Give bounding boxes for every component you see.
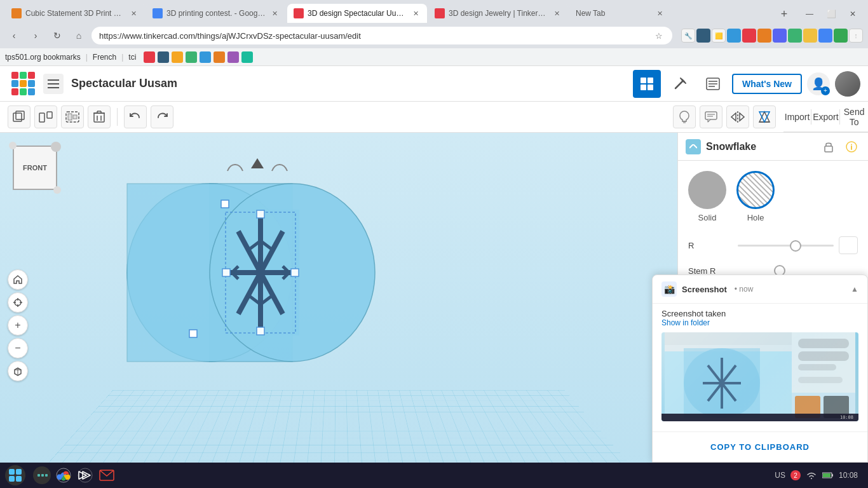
export-button[interactable]: Export <box>811 103 839 131</box>
bm-icon-5[interactable] <box>200 51 211 63</box>
fit-view-button[interactable] <box>8 269 28 290</box>
tab-4[interactable]: 3D design Jewelry | Tinkercad ✕ <box>428 4 568 23</box>
ext-icon-7[interactable] <box>773 29 787 43</box>
focus-button[interactable] <box>8 292 28 313</box>
speech-bubble-button[interactable] <box>700 105 722 128</box>
duplicate-button[interactable] <box>8 105 31 128</box>
ext-icon-8[interactable] <box>788 29 802 43</box>
duplicate-icon <box>13 111 25 123</box>
svg-marker-35 <box>740 113 744 121</box>
new-tab-button[interactable]: + <box>775 5 793 23</box>
chrome-icon <box>56 468 71 483</box>
bm-icon-6[interactable] <box>214 51 225 63</box>
svg-rect-6 <box>648 85 653 90</box>
mirror-button[interactable] <box>753 105 776 128</box>
send-to-button[interactable]: Send To <box>840 103 868 131</box>
tab-close-2[interactable]: ✕ <box>269 8 280 18</box>
grid-view-button[interactable] <box>633 70 661 98</box>
list-icon <box>706 77 720 91</box>
bookmark-tps501[interactable]: tps501.org bookmarks <box>5 53 81 62</box>
tab-1[interactable]: Cubic Statement 3D Print Neck... ✕ <box>5 4 145 23</box>
front-cube-indicator[interactable]: FRONT <box>13 146 64 196</box>
pickaxe-view-button[interactable] <box>666 70 694 98</box>
bookmark-label: French <box>93 53 116 62</box>
zoom-in-button[interactable]: + <box>8 315 28 336</box>
taskbar-app-chrome[interactable] <box>55 466 72 484</box>
tab-close-3[interactable]: ✕ <box>410 8 421 18</box>
bookmark-tci[interactable]: tci <box>128 53 136 62</box>
show-in-folder-link[interactable]: Show in folder <box>661 318 858 327</box>
ext-icon-2[interactable] <box>696 29 710 43</box>
ext-icon-6[interactable] <box>757 29 771 43</box>
ext-icon-1[interactable]: 🔧 <box>681 29 695 43</box>
ungroup-button[interactable] <box>34 105 57 128</box>
ext-icon-12[interactable]: ⋮ <box>849 29 863 43</box>
bookmark-french[interactable]: French <box>93 53 116 62</box>
ext-icon-3[interactable]: 🟨 <box>712 29 726 43</box>
shape-name-label: Snowflake <box>706 141 815 152</box>
forward-button[interactable]: › <box>27 27 44 44</box>
tinkercad-logo[interactable] <box>8 71 38 97</box>
r-slider-track[interactable] <box>738 245 834 247</box>
svg-rect-58 <box>291 269 299 276</box>
ext-icon-10[interactable] <box>818 29 832 43</box>
pickaxe-icon <box>673 77 687 91</box>
group-button[interactable] <box>61 105 84 128</box>
tab-close-4[interactable]: ✕ <box>552 8 562 18</box>
redo-button[interactable] <box>151 105 173 128</box>
bm-icon-8[interactable] <box>241 51 253 63</box>
add-user-button[interactable]: 👤 + <box>807 72 830 95</box>
symmetry-button[interactable] <box>726 105 749 128</box>
bm-icon-1[interactable] <box>144 51 155 63</box>
tab-3[interactable]: 3D design Spectacular Uusam ✕ <box>287 4 427 23</box>
bm-icon-4[interactable] <box>186 51 197 63</box>
tab-close-1[interactable]: ✕ <box>128 8 139 18</box>
whats-new-button[interactable]: What's New <box>732 74 802 94</box>
reload-button[interactable]: ↻ <box>48 27 66 44</box>
bm-icon-7[interactable] <box>227 51 239 63</box>
home-button[interactable]: ⌂ <box>70 27 88 44</box>
back-button[interactable]: ‹ <box>5 27 23 44</box>
menu-button[interactable] <box>43 74 64 94</box>
viewport[interactable]: FRONT + <box>0 133 677 488</box>
taskbar-app-dots[interactable] <box>33 466 51 484</box>
bm-icon-3[interactable] <box>172 51 183 63</box>
bm-icon-2[interactable] <box>158 51 169 63</box>
user-avatar[interactable] <box>835 71 860 97</box>
close-button[interactable]: ✕ <box>843 5 863 23</box>
bookmark-star-icon[interactable]: ☆ <box>653 30 665 41</box>
ext-icon-4[interactable] <box>727 29 741 43</box>
list-view-button[interactable] <box>699 70 727 98</box>
shape-collapse-button[interactable] <box>686 139 701 154</box>
tab-close-5[interactable]: ✕ <box>654 8 665 18</box>
notification-header: 📸 Screenshot • now ▲ <box>653 275 867 304</box>
solid-option[interactable]: Solid <box>688 171 726 222</box>
bulb-button[interactable] <box>673 105 696 128</box>
tab-favicon-4 <box>435 8 445 18</box>
tab-5[interactable]: New Tab ✕ <box>569 4 671 23</box>
svg-marker-38 <box>759 112 770 122</box>
r-slider-thumb[interactable] <box>790 240 801 252</box>
tab-2[interactable]: 3D printing contest. - Google D... ✕ <box>146 4 286 23</box>
minimize-button[interactable]: — <box>799 5 820 23</box>
address-bar[interactable]: https://www.tinkercad.com/things/ajWJCrx… <box>92 27 672 44</box>
zoom-out-button[interactable]: − <box>8 338 28 358</box>
ext-icon-11[interactable] <box>834 29 848 43</box>
notification-expand-button[interactable]: ▲ <box>851 285 858 294</box>
ext-icon-9[interactable] <box>803 29 817 43</box>
ext-icon-5[interactable] <box>742 29 756 43</box>
taskbar-app-mail[interactable] <box>98 466 116 484</box>
delete-button[interactable] <box>88 105 111 128</box>
info-button[interactable] <box>843 138 860 156</box>
r-value[interactable] <box>839 236 858 254</box>
maximize-button[interactable]: ⬜ <box>821 5 841 23</box>
taskbar-start-button[interactable] <box>5 465 25 485</box>
ungroup-icon <box>39 110 53 124</box>
copy-to-clipboard-button[interactable]: COPY TO CLIPBOARD <box>661 437 858 457</box>
undo-button[interactable] <box>124 105 147 128</box>
lock-button[interactable] <box>820 138 837 156</box>
taskbar-app-play[interactable] <box>76 466 94 484</box>
hole-option[interactable]: Hole <box>736 171 775 222</box>
import-button[interactable]: Import <box>783 103 811 131</box>
perspective-button[interactable] <box>8 361 28 381</box>
